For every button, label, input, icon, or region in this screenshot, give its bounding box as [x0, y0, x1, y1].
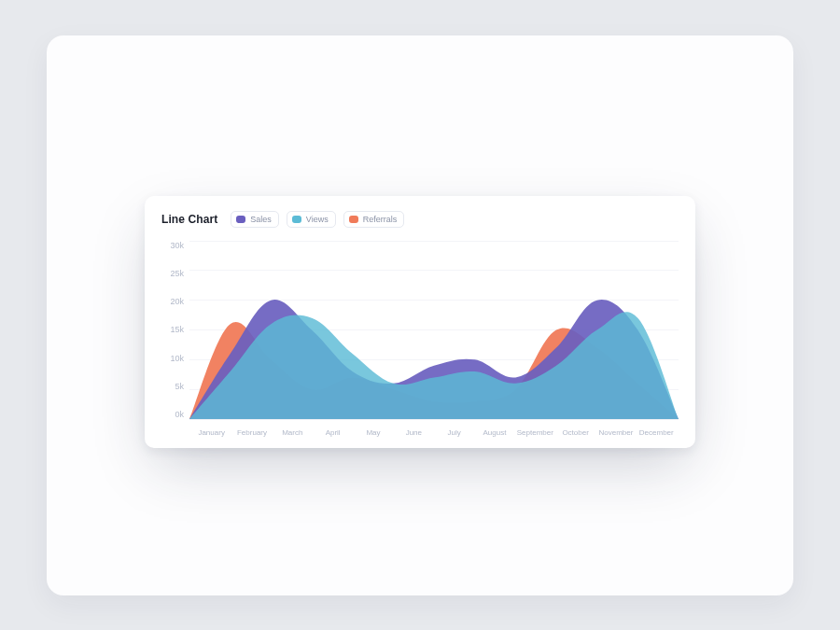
- y-tick: 25k: [161, 269, 184, 278]
- x-tick: January: [191, 428, 231, 437]
- legend-label: Sales: [250, 215, 272, 224]
- x-tick: September: [515, 428, 555, 437]
- y-axis: 30k 25k 20k 15k 10k 5k 0k: [161, 241, 189, 437]
- x-tick: April: [313, 428, 353, 437]
- plot: 30k 25k 20k 15k 10k 5k 0k: [161, 241, 679, 437]
- x-tick: May: [353, 428, 393, 437]
- y-tick: 10k: [161, 354, 184, 363]
- x-tick: August: [474, 428, 514, 437]
- chart-card: Line Chart Sales Views Referrals 30k: [145, 196, 695, 448]
- plot-main: January February March April May June Ju…: [189, 241, 679, 437]
- legend-label: Referrals: [363, 215, 398, 224]
- plot-area: [189, 241, 679, 420]
- canvas-stage: Line Chart Sales Views Referrals 30k: [47, 35, 793, 595]
- legend-item-sales[interactable]: Sales: [231, 211, 279, 228]
- y-tick: 5k: [161, 382, 184, 391]
- x-tick: November: [595, 428, 636, 437]
- swatch-icon: [292, 216, 301, 223]
- legend-label: Views: [306, 215, 329, 224]
- y-tick: 0k: [161, 410, 184, 419]
- y-tick: 30k: [161, 241, 184, 250]
- x-axis: January February March April May June Ju…: [189, 420, 679, 437]
- x-tick: July: [434, 428, 474, 437]
- card-title: Line Chart: [161, 213, 217, 226]
- legend-item-referrals[interactable]: Referrals: [343, 211, 405, 228]
- x-tick: June: [394, 428, 434, 437]
- x-tick: October: [555, 428, 595, 437]
- y-tick: 15k: [161, 325, 184, 334]
- x-tick: March: [273, 428, 313, 437]
- x-tick: February: [231, 428, 272, 437]
- legend-item-views[interactable]: Views: [287, 211, 336, 228]
- x-tick: December: [637, 428, 677, 437]
- y-tick: 20k: [161, 297, 184, 306]
- swatch-icon: [236, 216, 245, 223]
- chart-svg: [189, 241, 679, 419]
- card-header: Line Chart Sales Views Referrals: [161, 211, 679, 228]
- swatch-icon: [349, 216, 358, 223]
- legend: Sales Views Referrals: [231, 211, 404, 228]
